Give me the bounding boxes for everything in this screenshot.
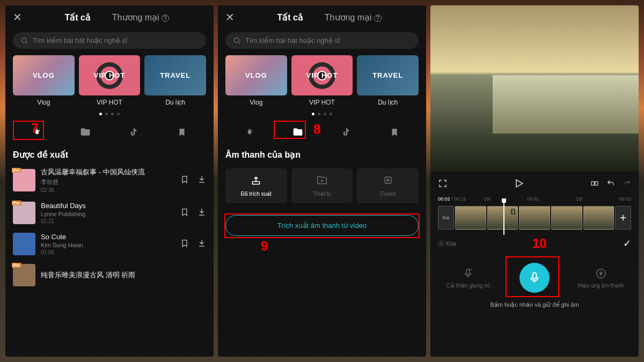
info-icon[interactable]: ?: [162, 14, 169, 22]
extract-audio-button[interactable]: Trích xuất âm thanh từ video: [225, 215, 419, 236]
tiktok-icon[interactable]: [338, 124, 354, 140]
tab-extracted[interactable]: Đã trích xuất: [225, 168, 287, 203]
tab-all[interactable]: Tất cả: [277, 12, 303, 23]
category-viphot[interactable]: VIP HOTVIP HOT: [79, 55, 141, 106]
bookmark-icon[interactable]: [386, 124, 402, 140]
your-audio-tabs: Đã trích xuất Thiết bị iTunes: [218, 163, 426, 209]
category-label: Du lịch: [357, 99, 419, 106]
video-clip[interactable]: [551, 206, 582, 230]
svg-rect-6: [533, 272, 537, 279]
song-list: Pro 古风温馨幸福叙事 - 中国风仙侠流李欣慈02:36 Pro Beauti…: [5, 163, 214, 291]
category-row: VLOGVlog VIP HOTVIP HOT TRAVELDu lịch: [5, 55, 214, 106]
redo-icon[interactable]: [623, 179, 631, 190]
cover-clip[interactable]: bìa: [438, 206, 454, 230]
timecode-row: 00:02 / 00:12 15f· 00:01· 15f· 00:02: [430, 194, 639, 204]
video-preview[interactable]: [430, 5, 639, 172]
video-clip[interactable]: [519, 206, 550, 230]
category-vlog[interactable]: VLOGVlog: [13, 55, 75, 106]
tab-device[interactable]: Thiết bị: [291, 168, 353, 203]
play-icon[interactable]: [514, 178, 524, 191]
bookmark-icon[interactable]: [174, 124, 190, 140]
category-vlog[interactable]: VLOGVlog: [225, 55, 287, 106]
tab-all[interactable]: Tất cả: [64, 12, 90, 23]
pagination-dots[interactable]: [5, 113, 214, 115]
song-row[interactable]: Pro Beautiful DaysLynne Publishing02:21: [5, 197, 214, 228]
playhead[interactable]: [503, 201, 504, 235]
search-icon: [233, 36, 241, 45]
folder-icon[interactable]: [77, 124, 93, 140]
sound-effects-option[interactable]: Hiệu ứng âm thanh: [577, 268, 625, 289]
category-label: VIP HOT: [79, 99, 141, 106]
filter-icon-row: 7: [5, 122, 214, 145]
song-row[interactable]: Pro 古风温馨幸福叙事 - 中国风仙侠流李欣慈02:36: [5, 163, 214, 197]
section-title-recommended: Được đề xuất: [5, 145, 214, 163]
bookmark-icon[interactable]: [180, 239, 189, 249]
search-placeholder: Tìm kiếm bài hát hoặc nghệ sĩ: [33, 36, 127, 45]
search-placeholder: Tìm kiếm bài hát hoặc nghệ sĩ: [245, 36, 340, 45]
enhance-voice-option[interactable]: Cải thiện giọng nó: [444, 268, 492, 289]
search-icon: [20, 36, 28, 45]
download-icon[interactable]: [197, 175, 206, 186]
header: ✕ Tất cả Thương mại?: [218, 5, 426, 29]
section-title-your-audio: Âm thanh của bạn: [218, 145, 426, 163]
timeline[interactable]: bìa i: [430, 204, 639, 232]
download-icon[interactable]: [197, 208, 206, 218]
video-clip[interactable]: i: [487, 206, 518, 230]
category-travel[interactable]: TRAVELDu lịch: [144, 55, 206, 106]
undo-icon[interactable]: [606, 179, 615, 190]
voice-recording-row: Cải thiện giọng nó Hiệu ứng âm thanh: [430, 255, 639, 297]
video-clip[interactable]: [455, 206, 486, 230]
tab-commercial[interactable]: Thương mại?: [112, 12, 169, 23]
fullscreen-icon[interactable]: [438, 179, 448, 190]
close-icon[interactable]: ✕: [13, 11, 22, 24]
music-library-panel-recommended: ✕ Tất cả Thương mại? Tìm kiếm bài hát ho…: [5, 5, 214, 357]
keyframe-icon[interactable]: [590, 179, 599, 190]
song-row[interactable]: Pro 纯音乐唯美浪漫古风 清明 祈雨: [5, 260, 214, 291]
pagination-dots[interactable]: [218, 113, 426, 115]
trending-icon[interactable]: [241, 124, 258, 140]
category-viphot[interactable]: VIP HOTVIP HOT: [291, 55, 353, 106]
category-label: VIP HOT: [291, 99, 353, 106]
category-row: VLOGVlog VIP HOTVIP HOT TRAVELDu lịch: [218, 55, 426, 106]
svg-rect-4: [591, 182, 594, 186]
download-icon[interactable]: [197, 239, 206, 249]
category-travel[interactable]: TRAVELDu lịch: [357, 55, 419, 106]
svg-rect-5: [595, 182, 598, 186]
video-clip[interactable]: [583, 206, 614, 230]
svg-point-1: [235, 38, 239, 43]
info-icon[interactable]: ?: [374, 14, 382, 22]
tab-commercial[interactable]: Thương mại?: [325, 12, 382, 23]
tiktok-icon[interactable]: [126, 124, 142, 140]
tab-itunes[interactable]: iTunes: [357, 168, 419, 203]
record-mic-button[interactable]: [519, 263, 550, 293]
category-label: Du lịch: [144, 99, 206, 106]
trending-icon[interactable]: [29, 124, 45, 140]
search-input[interactable]: Tìm kiếm bài hát hoặc nghệ sĩ: [13, 32, 206, 49]
bookmark-icon[interactable]: [180, 208, 189, 218]
category-label: Vlog: [13, 99, 75, 106]
song-row[interactable]: So CuteKim Sung Hwan01:56: [5, 228, 214, 260]
category-label: Vlog: [225, 99, 287, 106]
add-clip-button[interactable]: [615, 206, 631, 230]
header: ✕ Tất cả Thương mại?: [5, 5, 214, 29]
delete-button[interactable]: ⓧ Xóa: [438, 240, 456, 248]
close-icon[interactable]: ✕: [225, 11, 235, 24]
search-input[interactable]: Tìm kiếm bài hát hoặc nghệ sĩ: [225, 32, 419, 49]
folder-icon[interactable]: [290, 124, 306, 140]
video-editor-panel: 00:02 / 00:12 15f· 00:01· 15f· 00:02 bìa…: [430, 5, 639, 357]
svg-rect-2: [253, 182, 260, 184]
filter-icon-row: 8: [218, 122, 426, 145]
music-library-panel-your-audio: ✕ Tất cả Thương mại? Tìm kiếm bài hát ho…: [218, 5, 426, 357]
confirm-icon[interactable]: ✓: [623, 238, 631, 249]
playback-controls: [430, 175, 639, 194]
bookmark-icon[interactable]: [180, 175, 189, 186]
svg-point-0: [22, 38, 27, 43]
recording-hint: Bấm hoặc nhấn và giữ để ghi âm: [430, 297, 639, 315]
